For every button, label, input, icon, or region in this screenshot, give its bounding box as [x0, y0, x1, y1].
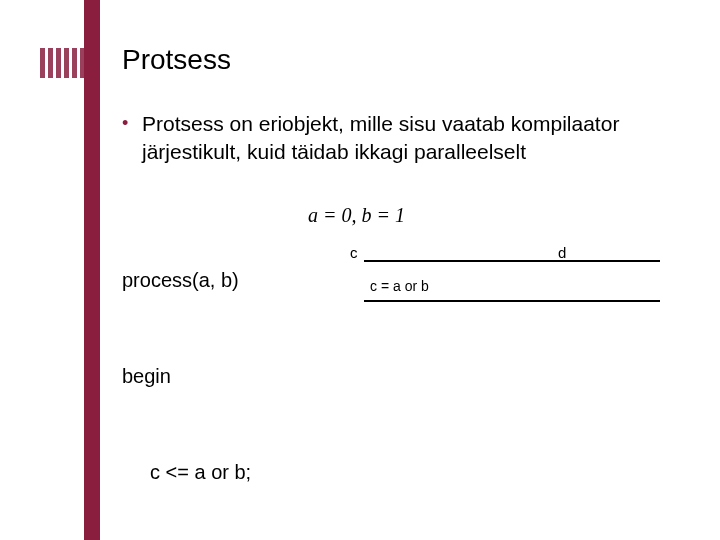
code-line: begin — [122, 360, 302, 392]
code-block: process(a, b) begin c <= a or b; d <= no… — [122, 200, 302, 540]
slide: Protsess • Protsess on eriobjekt, mille … — [0, 0, 720, 540]
accent-stripe — [84, 0, 100, 540]
slide-title: Protsess — [122, 44, 690, 76]
sidebar — [0, 0, 100, 540]
bullet-item: • Protsess on eriobjekt, mille sisu vaat… — [122, 110, 690, 166]
waveform-line — [364, 300, 660, 302]
content-area: Protsess • Protsess on eriobjekt, mille … — [100, 0, 720, 540]
initial-values: a = 0, b = 1 — [308, 204, 405, 227]
waveform-area: a = 0, b = 1 c d c = a or b — [308, 200, 690, 540]
waveform-line — [364, 260, 660, 262]
bullet-marker: • — [122, 110, 142, 136]
bullet-text: Protsess on eriobjekt, mille sisu vaatab… — [142, 110, 690, 166]
lower-section: process(a, b) begin c <= a or b; d <= no… — [122, 200, 690, 540]
axis-label-d: d — [558, 244, 567, 261]
code-line: process(a, b) — [122, 264, 302, 296]
axis-label-c: c — [350, 244, 358, 261]
code-line: c <= a or b; — [122, 456, 302, 488]
logo-icon — [40, 48, 93, 78]
waveform-label: c = a or b — [370, 278, 429, 294]
